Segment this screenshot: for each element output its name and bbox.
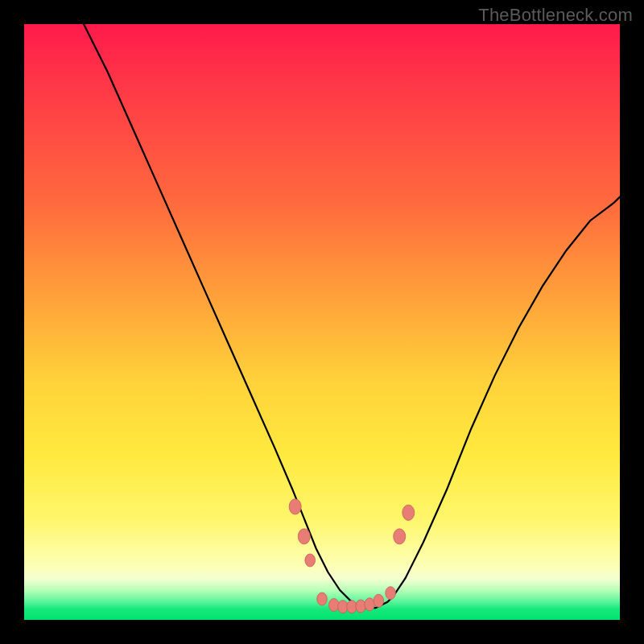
chart-frame: TheBottleneck.com xyxy=(0,0,644,644)
sample-dot xyxy=(317,592,328,605)
sample-dot xyxy=(305,554,316,567)
sample-dot xyxy=(374,594,384,607)
sample-dot xyxy=(386,587,396,600)
sample-dot xyxy=(289,499,301,514)
sample-dot xyxy=(394,529,406,544)
sample-dot xyxy=(329,599,340,612)
sample-dot xyxy=(298,529,310,544)
sample-dot xyxy=(365,598,375,611)
sample-dot xyxy=(402,505,415,520)
sample-dots xyxy=(289,499,415,613)
plot-area xyxy=(24,24,620,620)
sample-dot xyxy=(356,600,366,613)
bottleneck-curve xyxy=(84,24,620,608)
sample-dot xyxy=(347,601,357,613)
chart-svg xyxy=(24,24,620,620)
watermark-text: TheBottleneck.com xyxy=(478,5,633,26)
